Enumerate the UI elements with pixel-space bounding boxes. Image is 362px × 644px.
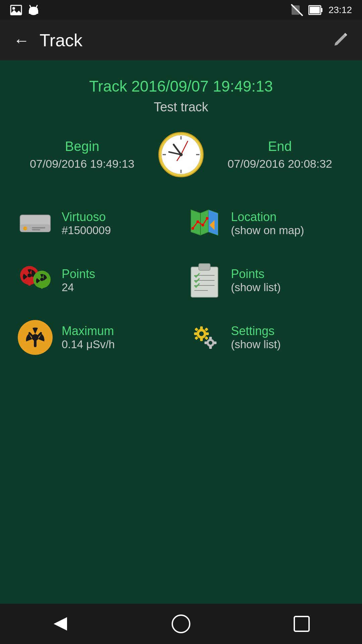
svg-point-44: [40, 278, 44, 281]
settings-value: (show list): [231, 338, 281, 351]
nav-recents-button[interactable]: [288, 610, 315, 637]
settings-label: Settings: [231, 324, 281, 338]
svg-rect-30: [32, 229, 40, 230]
nav-back-button[interactable]: [47, 610, 74, 637]
settings-icon: [186, 319, 223, 356]
svg-rect-70: [204, 341, 207, 344]
end-value: 07/09/2016 20:08:32: [228, 157, 332, 170]
svg-rect-61: [205, 332, 209, 335]
maximum-item[interactable]: Maximum 0.14 μSv/h: [13, 312, 179, 363]
points-count-item[interactable]: Points 24: [13, 255, 179, 306]
svg-rect-46: [199, 264, 210, 270]
points-list-label: Points: [231, 267, 281, 281]
points-count-label: Points: [62, 267, 95, 281]
points-list-item[interactable]: Points (show list): [183, 255, 349, 306]
svg-marker-72: [54, 617, 67, 631]
clock-icon: [158, 131, 204, 178]
end-label: End: [268, 139, 292, 154]
svg-rect-68: [209, 337, 212, 339]
android-icon: [27, 4, 40, 16]
svg-point-38: [206, 217, 208, 220]
svg-point-67: [209, 341, 213, 345]
points-count-text: Points 24: [62, 267, 95, 294]
svg-point-57: [199, 331, 204, 336]
time-section: Begin 07/09/2016 19:49:13: [13, 131, 349, 178]
svg-point-28: [23, 226, 27, 230]
svg-point-36: [196, 220, 199, 223]
svg-line-7: [30, 5, 31, 7]
maximum-value: 0.14 μSv/h: [62, 338, 115, 351]
svg-rect-71: [214, 341, 217, 344]
device-item[interactable]: Virtuoso #1500009: [13, 198, 179, 249]
svg-rect-60: [194, 332, 197, 335]
svg-point-35: [191, 227, 194, 230]
status-time: 23:12: [328, 5, 352, 15]
device-icon: [17, 205, 54, 242]
maximum-text: Maximum 0.14 μSv/h: [62, 324, 115, 351]
svg-point-37: [201, 224, 204, 226]
status-bar: 23:12: [0, 0, 362, 20]
svg-marker-2: [11, 10, 21, 15]
svg-rect-69: [209, 346, 212, 349]
location-text: Location (show on map): [231, 210, 304, 237]
bottom-nav: [0, 604, 362, 644]
begin-label: Begin: [65, 139, 99, 154]
points-list-value: (show list): [231, 281, 281, 294]
sim-blocked-icon: [291, 4, 303, 16]
svg-rect-74: [294, 616, 309, 631]
page-title: Track: [40, 30, 82, 50]
app-bar: ← Track: [0, 20, 362, 60]
svg-rect-29: [32, 227, 45, 228]
back-button[interactable]: ←: [13, 31, 29, 50]
svg-point-25: [179, 153, 183, 156]
svg-rect-59: [200, 338, 203, 341]
svg-rect-13: [321, 8, 322, 12]
svg-rect-14: [310, 7, 320, 13]
svg-point-73: [172, 615, 190, 633]
svg-line-8: [36, 5, 37, 7]
device-label: Virtuoso: [62, 210, 111, 224]
points-list-text: Points (show list): [231, 267, 281, 294]
status-bar-left: [10, 4, 40, 16]
app-bar-left: ← Track: [13, 30, 82, 50]
location-item[interactable]: Location (show on map): [183, 198, 349, 249]
maximum-label: Maximum: [62, 324, 115, 338]
begin-value: 07/09/2016 19:49:13: [30, 157, 134, 170]
begin-time-block: Begin 07/09/2016 19:49:13: [13, 139, 151, 170]
status-bar-right: 23:12: [291, 4, 352, 16]
device-value: #1500009: [62, 224, 111, 237]
svg-point-9: [29, 7, 38, 12]
settings-item[interactable]: Settings (show list): [183, 312, 349, 363]
svg-rect-45: [191, 267, 218, 297]
end-time-block: End 07/09/2016 20:08:32: [211, 139, 349, 170]
svg-rect-58: [200, 326, 203, 330]
edit-button[interactable]: [332, 30, 349, 50]
location-value: (show on map): [231, 224, 304, 237]
battery-icon: [308, 4, 323, 16]
location-label: Location: [231, 210, 304, 224]
clipboard-icon: [186, 262, 223, 299]
device-text: Virtuoso #1500009: [62, 210, 111, 237]
track-title: Track 2016/09/07 19:49:13: [13, 77, 349, 95]
radiation-max-icon: [17, 319, 54, 356]
svg-point-41: [27, 273, 32, 277]
radiation-pins-icon: [17, 262, 54, 299]
info-grid: Virtuoso #1500009: [13, 198, 349, 363]
picture-icon: [10, 4, 22, 16]
track-header: Track 2016/09/07 19:49:13 Test track: [13, 77, 349, 114]
nav-home-button[interactable]: [168, 610, 194, 637]
svg-point-1: [12, 7, 15, 10]
points-count-value: 24: [62, 281, 95, 294]
track-subtitle: Test track: [13, 100, 349, 114]
main-content: Track 2016/09/07 19:49:13 Test track Beg…: [0, 60, 362, 604]
settings-text: Settings (show list): [231, 324, 281, 351]
map-icon: [186, 205, 223, 242]
